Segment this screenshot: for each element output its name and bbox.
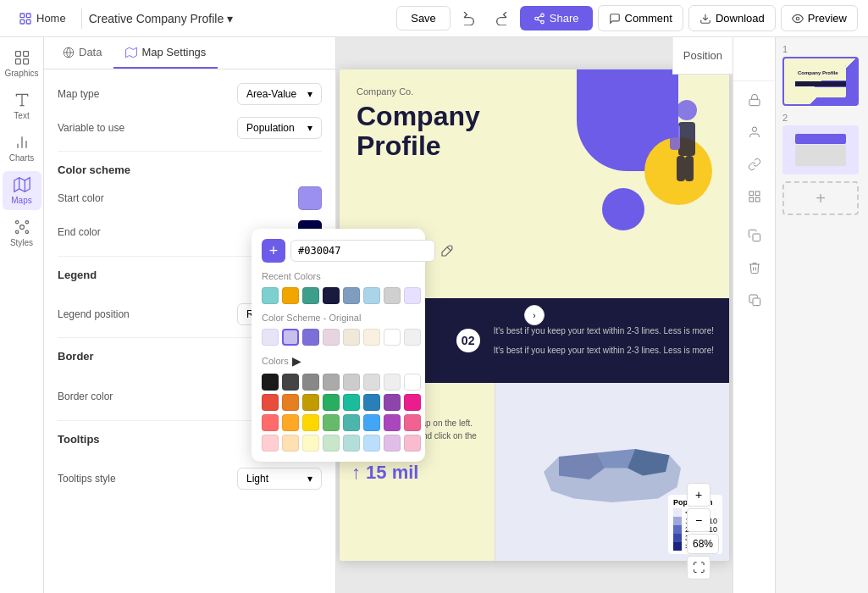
preview-button[interactable]: Preview [781,5,858,31]
svg-rect-13 [15,59,20,64]
palette-light-gray[interactable] [343,374,360,391]
palette-pastel-yellow[interactable] [302,435,319,452]
scheme-color-5[interactable] [343,329,360,346]
eyedropper-icon [440,244,454,258]
fullscreen-button[interactable]: ⛶ [687,556,710,579]
palette-near-white[interactable] [384,374,401,391]
save-button[interactable]: Save [396,6,451,30]
lock-button[interactable] [741,86,768,114]
page-duplicate-button[interactable] [741,286,768,313]
palette-pastel-teal[interactable] [343,435,360,452]
palette-pastel-pink[interactable] [404,435,421,452]
palette-lt-red[interactable] [262,414,279,431]
recent-colors-grid [262,287,415,304]
zoom-out-button[interactable]: − [687,508,710,532]
palette-gray[interactable] [302,374,319,391]
palette-lt-pink[interactable] [404,414,421,431]
sidebar-item-styles[interactable]: Styles [3,213,41,252]
scheme-color-2[interactable] [282,329,299,346]
thumbnail-2[interactable]: 2 [782,113,861,175]
palette-pastel-orange[interactable] [282,435,299,452]
zoom-in-button[interactable]: + [687,483,710,507]
tooltips-style-select[interactable]: Light ▾ [237,468,322,490]
palette-lt-orange[interactable] [282,414,299,431]
sidebar-item-charts[interactable]: Charts [3,129,41,168]
start-color-swatch[interactable] [298,186,322,210]
recent-color-8[interactable] [404,287,421,304]
add-slide-button[interactable]: + [782,181,859,215]
palette-lt-blue[interactable] [363,414,380,431]
map-type-select[interactable]: Area-Value ▾ [237,83,322,105]
palette-teal[interactable] [343,394,360,411]
scheme-color-8[interactable] [404,329,421,346]
sidebar-item-text[interactable]: Text [3,86,41,125]
sidebar-item-graphics[interactable]: Graphics [3,44,41,83]
recent-colors-title: Recent Colors [262,271,415,281]
palette-orange[interactable] [282,394,299,411]
recent-color-3[interactable] [302,287,319,304]
recent-color-4[interactable] [323,287,340,304]
palette-pink[interactable] [404,394,421,411]
palette-lt-green[interactable] [323,414,340,431]
palette-lt-purple[interactable] [384,414,401,431]
scheme-color-7[interactable] [384,329,401,346]
map-settings-icon [125,47,137,58]
download-button[interactable]: Download [688,5,776,31]
home-button[interactable]: Home [10,7,75,30]
tab-data[interactable]: Data [51,37,113,69]
recent-color-7[interactable] [384,287,401,304]
grid-button[interactable] [741,183,768,210]
svg-rect-1 [26,14,30,18]
collapse-panel-arrow[interactable]: › [524,305,545,325]
palette-pastel-green[interactable] [323,435,340,452]
zoom-percentage[interactable]: 68% [687,534,719,554]
hex-input[interactable] [290,240,435,262]
doc-title-text: Creative Company Profile [89,12,224,25]
recent-color-2[interactable] [282,287,299,304]
tab-map-settings[interactable]: Map Settings [113,37,218,69]
thumbnail-1[interactable]: 1 Company Profile [782,44,861,106]
palette-pastel-purple[interactable] [384,435,401,452]
palette-blue[interactable] [363,394,380,411]
position-overlay-bar: Position [672,37,733,75]
scheme-colors-grid [262,329,415,346]
palette-purple[interactable] [384,394,401,411]
palette-dark-gray[interactable] [282,374,299,391]
doc-title[interactable]: Creative Company Profile ▾ [89,12,234,25]
picker-add-button[interactable]: + [262,239,285,263]
palette-green[interactable] [323,394,340,411]
svg-point-4 [541,14,545,16]
redo-button[interactable] [488,5,515,32]
undo-button[interactable] [456,5,483,32]
comment-button[interactable]: Comment [598,5,683,31]
scheme-color-3[interactable] [302,329,319,346]
palette-black[interactable] [262,374,279,391]
svg-rect-32 [670,125,680,150]
eyedropper-button[interactable] [440,239,454,263]
recent-color-5[interactable] [343,287,360,304]
recent-color-1[interactable] [262,287,279,304]
palette-yellow[interactable] [302,394,319,411]
palette-lighter-gray[interactable] [363,374,380,391]
tooltips-chevron: ▾ [307,473,312,485]
sidebar-item-maps[interactable]: Maps [3,171,41,210]
map-type-label: Map type [58,88,99,100]
person-button[interactable] [741,119,768,146]
variable-select[interactable]: Population ▾ [237,117,322,139]
scheme-color-1[interactable] [262,329,279,346]
share-button[interactable]: Share [520,6,593,30]
palette-pastel-blue[interactable] [363,435,380,452]
palette-red[interactable] [262,394,279,411]
palette-med-gray[interactable] [323,374,340,391]
scheme-color-4[interactable] [323,329,340,346]
download-label: Download [716,12,765,25]
link-button[interactable] [741,151,768,178]
recent-color-6[interactable] [363,287,380,304]
palette-pastel-red[interactable] [262,435,279,452]
palette-lt-teal[interactable] [343,414,360,431]
page-copy-button[interactable] [741,222,768,249]
scheme-color-6[interactable] [363,329,380,346]
palette-lt-yellow[interactable] [302,414,319,431]
palette-white[interactable] [404,374,421,391]
page-trash-button[interactable] [741,254,768,281]
